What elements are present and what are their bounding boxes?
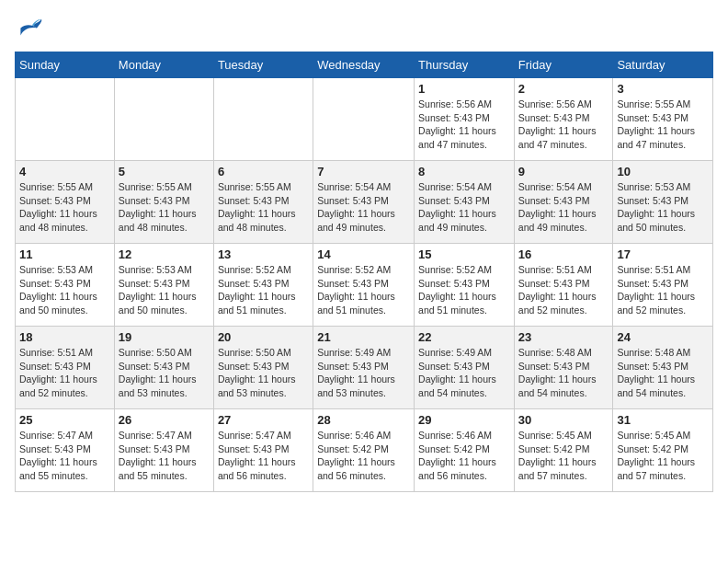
day-number: 7 [317,165,410,178]
day-number: 21 [317,330,410,344]
calendar-cell: 20Sunrise: 5:50 AM Sunset: 5:43 PM Dayli… [213,327,313,409]
logo [15,15,48,44]
day-info-text: Sunrise: 5:55 AM Sunset: 5:43 PM Dayligh… [119,180,210,235]
calendar-cell: 29Sunrise: 5:46 AM Sunset: 5:42 PM Dayli… [415,409,515,492]
day-info-text: Sunrise: 5:52 AM Sunset: 5:43 PM Dayligh… [317,263,410,317]
day-number: 9 [518,165,609,178]
calendar-week-row: 11Sunrise: 5:53 AM Sunset: 5:43 PM Dayli… [16,244,713,327]
calendar-body: 1Sunrise: 5:56 AM Sunset: 5:43 PM Daylig… [16,78,713,492]
day-number: 2 [518,82,609,96]
calendar-header-row: SundayMondayTuesdayWednesdayThursdayFrid… [16,52,713,78]
day-info-text: Sunrise: 5:55 AM Sunset: 5:43 PM Dayligh… [617,98,709,152]
day-number: 16 [518,247,609,261]
day-number: 29 [418,413,510,427]
day-number: 1 [418,82,510,96]
day-number: 26 [119,413,210,427]
calendar-cell: 8Sunrise: 5:54 AM Sunset: 5:43 PM Daylig… [415,161,515,244]
day-number: 3 [617,82,709,96]
calendar-cell: 5Sunrise: 5:55 AM Sunset: 5:43 PM Daylig… [114,161,213,244]
day-number: 14 [317,247,410,261]
calendar-cell: 2Sunrise: 5:56 AM Sunset: 5:43 PM Daylig… [514,78,613,161]
calendar-cell [313,78,415,161]
day-number: 8 [418,165,510,178]
day-info-text: Sunrise: 5:55 AM Sunset: 5:43 PM Dayligh… [218,180,309,235]
day-number: 25 [19,413,110,427]
day-number: 12 [119,247,210,261]
weekday-header-wednesday: Wednesday [313,52,415,78]
calendar-cell: 25Sunrise: 5:47 AM Sunset: 5:43 PM Dayli… [16,409,115,492]
logo-icon [15,15,44,44]
calendar-cell: 7Sunrise: 5:54 AM Sunset: 5:43 PM Daylig… [313,161,415,244]
calendar-table: SundayMondayTuesdayWednesdayThursdayFrid… [15,52,713,492]
day-number: 13 [218,247,309,261]
day-number: 10 [617,165,709,178]
day-info-text: Sunrise: 5:46 AM Sunset: 5:42 PM Dayligh… [418,429,510,483]
calendar-cell: 31Sunrise: 5:45 AM Sunset: 5:42 PM Dayli… [613,409,713,492]
day-info-text: Sunrise: 5:50 AM Sunset: 5:43 PM Dayligh… [218,346,309,400]
day-info-text: Sunrise: 5:55 AM Sunset: 5:43 PM Dayligh… [19,180,110,235]
calendar-cell: 10Sunrise: 5:53 AM Sunset: 5:43 PM Dayli… [613,161,713,244]
day-info-text: Sunrise: 5:52 AM Sunset: 5:43 PM Dayligh… [418,263,510,317]
day-info-text: Sunrise: 5:49 AM Sunset: 5:43 PM Dayligh… [317,346,410,400]
day-number: 22 [418,330,510,344]
day-number: 5 [119,165,210,178]
day-info-text: Sunrise: 5:53 AM Sunset: 5:43 PM Dayligh… [617,180,709,235]
day-info-text: Sunrise: 5:47 AM Sunset: 5:43 PM Dayligh… [218,429,309,483]
day-info-text: Sunrise: 5:52 AM Sunset: 5:43 PM Dayligh… [218,263,309,317]
calendar-cell: 12Sunrise: 5:53 AM Sunset: 5:43 PM Dayli… [114,244,213,327]
calendar-cell: 28Sunrise: 5:46 AM Sunset: 5:42 PM Dayli… [313,409,415,492]
day-number: 30 [518,413,609,427]
day-info-text: Sunrise: 5:49 AM Sunset: 5:43 PM Dayligh… [418,346,510,400]
calendar-cell [213,78,313,161]
calendar-cell: 3Sunrise: 5:55 AM Sunset: 5:43 PM Daylig… [613,78,713,161]
weekday-header-thursday: Thursday [415,52,515,78]
day-number: 17 [617,247,709,261]
calendar-cell [114,78,213,161]
day-info-text: Sunrise: 5:45 AM Sunset: 5:42 PM Dayligh… [518,429,609,483]
weekday-header-sunday: Sunday [16,52,115,78]
day-info-text: Sunrise: 5:51 AM Sunset: 5:43 PM Dayligh… [19,346,110,400]
day-info-text: Sunrise: 5:54 AM Sunset: 5:43 PM Dayligh… [518,180,609,235]
day-number: 6 [218,165,309,178]
day-info-text: Sunrise: 5:48 AM Sunset: 5:43 PM Dayligh… [617,346,709,400]
calendar-cell: 17Sunrise: 5:51 AM Sunset: 5:43 PM Dayli… [613,244,713,327]
calendar-cell: 18Sunrise: 5:51 AM Sunset: 5:43 PM Dayli… [16,327,115,409]
day-info-text: Sunrise: 5:47 AM Sunset: 5:43 PM Dayligh… [119,429,210,483]
day-number: 28 [317,413,410,427]
day-info-text: Sunrise: 5:46 AM Sunset: 5:42 PM Dayligh… [317,429,410,483]
weekday-header-monday: Monday [114,52,213,78]
day-info-text: Sunrise: 5:56 AM Sunset: 5:43 PM Dayligh… [518,98,609,152]
day-info-text: Sunrise: 5:53 AM Sunset: 5:43 PM Dayligh… [19,263,110,317]
calendar-week-row: 18Sunrise: 5:51 AM Sunset: 5:43 PM Dayli… [16,327,713,409]
weekday-header-tuesday: Tuesday [213,52,313,78]
page-header [15,15,713,44]
calendar-week-row: 25Sunrise: 5:47 AM Sunset: 5:43 PM Dayli… [16,409,713,492]
calendar-cell: 21Sunrise: 5:49 AM Sunset: 5:43 PM Dayli… [313,327,415,409]
day-number: 20 [218,330,309,344]
calendar-week-row: 1Sunrise: 5:56 AM Sunset: 5:43 PM Daylig… [16,78,713,161]
day-info-text: Sunrise: 5:47 AM Sunset: 5:43 PM Dayligh… [19,429,110,483]
day-number: 19 [119,330,210,344]
day-number: 31 [617,413,709,427]
calendar-cell: 9Sunrise: 5:54 AM Sunset: 5:43 PM Daylig… [514,161,613,244]
calendar-cell: 24Sunrise: 5:48 AM Sunset: 5:43 PM Dayli… [613,327,713,409]
calendar-cell: 26Sunrise: 5:47 AM Sunset: 5:43 PM Dayli… [114,409,213,492]
calendar-cell: 15Sunrise: 5:52 AM Sunset: 5:43 PM Dayli… [415,244,515,327]
weekday-header-saturday: Saturday [613,52,713,78]
day-number: 11 [19,247,110,261]
day-number: 18 [19,330,110,344]
calendar-cell: 22Sunrise: 5:49 AM Sunset: 5:43 PM Dayli… [415,327,515,409]
calendar-cell: 14Sunrise: 5:52 AM Sunset: 5:43 PM Dayli… [313,244,415,327]
day-info-text: Sunrise: 5:51 AM Sunset: 5:43 PM Dayligh… [518,263,609,317]
day-info-text: Sunrise: 5:56 AM Sunset: 5:43 PM Dayligh… [418,98,510,152]
calendar-cell: 23Sunrise: 5:48 AM Sunset: 5:43 PM Dayli… [514,327,613,409]
day-info-text: Sunrise: 5:45 AM Sunset: 5:42 PM Dayligh… [617,429,709,483]
day-number: 4 [19,165,110,178]
calendar-cell: 30Sunrise: 5:45 AM Sunset: 5:42 PM Dayli… [514,409,613,492]
calendar-cell [16,78,115,161]
weekday-header-friday: Friday [514,52,613,78]
day-number: 23 [518,330,609,344]
day-info-text: Sunrise: 5:54 AM Sunset: 5:43 PM Dayligh… [418,180,510,235]
calendar-cell: 16Sunrise: 5:51 AM Sunset: 5:43 PM Dayli… [514,244,613,327]
calendar-week-row: 4Sunrise: 5:55 AM Sunset: 5:43 PM Daylig… [16,161,713,244]
